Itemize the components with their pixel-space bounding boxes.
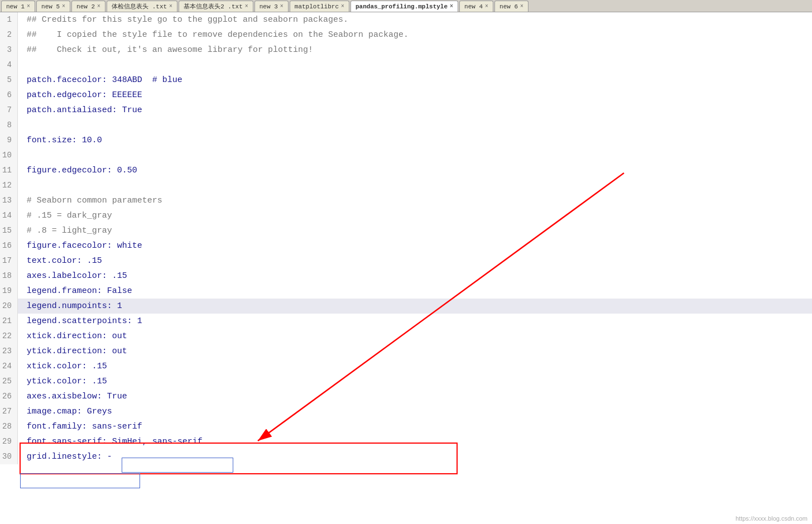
line-number: 4 xyxy=(0,57,17,73)
line-content[interactable]: font.family: sans-serif xyxy=(17,419,812,434)
table-row: 28font.family: sans-serif xyxy=(0,419,812,434)
tab-new6[interactable]: new 6× xyxy=(494,1,528,12)
line-content[interactable]: ytick.direction: out xyxy=(17,344,812,359)
table-row: 6patch.edgecolor: EEEEEE xyxy=(0,88,812,103)
table-row: 1## Credits for this style go to the ggp… xyxy=(0,12,812,27)
table-row: 5patch.facecolor: 348ABD # blue xyxy=(0,73,812,88)
table-row: 12 xyxy=(0,178,812,193)
line-content[interactable] xyxy=(17,118,812,133)
tab-bar: new 1× new 5× new 2× 体检信息表头 .txt× 基本信息表头… xyxy=(0,0,812,12)
line-number: 20 xyxy=(0,299,17,314)
table-row: 3## Check it out, it's an awesome librar… xyxy=(0,42,812,57)
comment-text: ## Check it out, it's an awesome library… xyxy=(27,45,313,55)
table-row: 14# .15 = dark_gray xyxy=(0,208,812,223)
line-number: 25 xyxy=(0,374,17,389)
tab-new1[interactable]: new 1× xyxy=(1,1,35,12)
line-number: 29 xyxy=(0,434,17,449)
line-content[interactable]: axes.axisbelow: True xyxy=(17,389,812,404)
comment-text: # Seaborn common parameters xyxy=(27,196,162,205)
line-content[interactable]: ## Check it out, it's an awesome library… xyxy=(17,42,812,57)
line-number: 24 xyxy=(0,359,17,374)
table-row: 21legend.scatterpoints: 1 xyxy=(0,314,812,329)
table-row: 29font.sans-serif: SimHei, sans-serif xyxy=(0,434,812,449)
table-row: 17text.color: .15 xyxy=(0,253,812,268)
table-row: 25ytick.color: .15 xyxy=(0,374,812,389)
line-content[interactable]: legend.frameon: False xyxy=(17,283,812,299)
line-content[interactable]: image.cmap: Greys xyxy=(17,404,812,419)
table-row: 26axes.axisbelow: True xyxy=(0,389,812,404)
line-content[interactable]: font.size: 10.0 xyxy=(17,133,812,148)
line-number: 30 xyxy=(0,449,17,464)
table-row: 23ytick.direction: out xyxy=(0,344,812,359)
table-row: 2## I copied the style file to remove de… xyxy=(0,27,812,42)
line-content[interactable]: axes.labelcolor: .15 xyxy=(17,268,812,283)
line-number: 7 xyxy=(0,103,17,118)
watermark: https://xxxx.blog.csdn.com xyxy=(736,515,808,522)
line-number: 10 xyxy=(0,148,17,163)
line-number: 18 xyxy=(0,268,17,283)
line-content[interactable]: ytick.color: .15 xyxy=(17,374,812,389)
line-number: 26 xyxy=(0,389,17,404)
line-content[interactable]: xtick.color: .15 xyxy=(17,359,812,374)
code-table: 1## Credits for this style go to the ggp… xyxy=(0,12,812,464)
line-content[interactable]: grid.linestyle: - xyxy=(17,449,812,464)
line-number: 22 xyxy=(0,329,17,344)
tab-tixinjianxinxi[interactable]: 体检信息表头 .txt× xyxy=(107,1,177,12)
table-row: 20legend.numpoints: 1 xyxy=(0,299,812,314)
line-number: 13 xyxy=(0,193,17,208)
line-number: 27 xyxy=(0,404,17,419)
comment-text: # .8 = light_gray xyxy=(27,226,112,235)
table-row: 10 xyxy=(0,148,812,163)
table-row: 24xtick.color: .15 xyxy=(0,359,812,374)
tab-new5[interactable]: new 5× xyxy=(36,1,70,12)
comment-text: ## Credits for this style go to the ggpl… xyxy=(27,15,348,25)
line-number: 14 xyxy=(0,208,17,223)
tab-new2[interactable]: new 2× xyxy=(71,1,105,12)
line-number: 3 xyxy=(0,42,17,57)
line-content[interactable] xyxy=(17,178,812,193)
line-content[interactable] xyxy=(17,148,812,163)
line-number: 1 xyxy=(0,12,17,27)
line-number: 17 xyxy=(0,253,17,268)
line-content[interactable]: legend.scatterpoints: 1 xyxy=(17,314,812,329)
editor-area: 1## Credits for this style go to the ggp… xyxy=(0,12,812,524)
tab-pandas-profiling[interactable]: pandas_profiling.mplstyle× xyxy=(350,1,458,12)
table-row: 22xtick.direction: out xyxy=(0,329,812,344)
line-number: 23 xyxy=(0,344,17,359)
line-number: 16 xyxy=(0,238,17,253)
line-content[interactable]: legend.numpoints: 1 xyxy=(17,299,812,314)
line-content[interactable]: patch.facecolor: 348ABD # blue xyxy=(17,73,812,88)
table-row: 19legend.frameon: False xyxy=(0,283,812,299)
line-content[interactable]: font.sans-serif: SimHei, sans-serif xyxy=(17,434,812,449)
line-content[interactable]: # .15 = dark_gray xyxy=(17,208,812,223)
line-content[interactable]: patch.antialiased: True xyxy=(17,103,812,118)
line-content[interactable]: # .8 = light_gray xyxy=(17,223,812,238)
table-row: 13# Seaborn common parameters xyxy=(0,193,812,208)
table-row: 11figure.edgecolor: 0.50 xyxy=(0,163,812,178)
line-content[interactable]: ## I copied the style file to remove dep… xyxy=(17,27,812,42)
tab-new3[interactable]: new 3× xyxy=(254,1,289,12)
line-number: 19 xyxy=(0,283,17,299)
line-content[interactable]: xtick.direction: out xyxy=(17,329,812,344)
table-row: 30grid.linestyle: - xyxy=(0,449,812,464)
comment-text: # .15 = dark_gray xyxy=(27,211,112,220)
line-content[interactable]: ## Credits for this style go to the ggpl… xyxy=(17,12,812,27)
line-number: 6 xyxy=(0,88,17,103)
line-number: 12 xyxy=(0,178,17,193)
table-row: 15# .8 = light_gray xyxy=(0,223,812,238)
line-content[interactable]: # Seaborn common parameters xyxy=(17,193,812,208)
line-number: 2 xyxy=(0,27,17,42)
table-row: 8 xyxy=(0,118,812,133)
line-number: 8 xyxy=(0,118,17,133)
tab-matplotlibrc[interactable]: matplotlibrc× xyxy=(290,1,349,12)
tab-jibeinxinxi[interactable]: 基本信息表头2 .txt× xyxy=(179,1,253,12)
line-content[interactable] xyxy=(17,57,812,73)
table-row: 9font.size: 10.0 xyxy=(0,133,812,148)
line-content[interactable]: text.color: .15 xyxy=(17,253,812,268)
line-number: 11 xyxy=(0,163,17,178)
line-number: 28 xyxy=(0,419,17,434)
line-content[interactable]: patch.edgecolor: EEEEEE xyxy=(17,88,812,103)
line-content[interactable]: figure.edgecolor: 0.50 xyxy=(17,163,812,178)
tab-new4[interactable]: new 4× xyxy=(459,1,493,12)
line-content[interactable]: figure.facecolor: white xyxy=(17,238,812,253)
